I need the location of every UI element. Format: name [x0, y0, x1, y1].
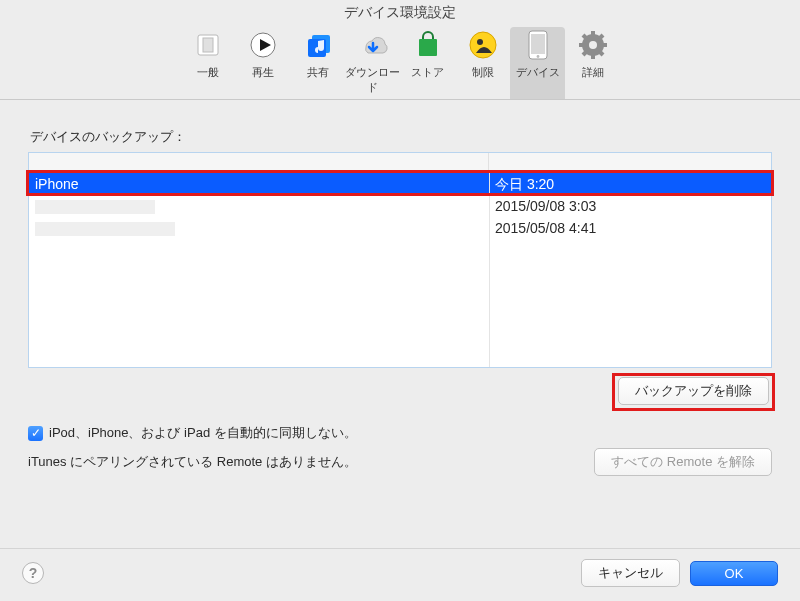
tab-playback[interactable]: 再生: [235, 27, 290, 99]
device-icon: [522, 29, 554, 61]
backup-date-cell: 2015/09/08 3:03: [489, 195, 771, 217]
play-icon: [247, 29, 279, 61]
tab-label: ダウンロード: [345, 65, 400, 95]
footer: ? キャンセル OK: [0, 548, 800, 601]
svg-point-8: [477, 39, 483, 45]
tab-label: 再生: [235, 65, 290, 80]
backup-name-cell: [29, 195, 489, 217]
window-title: デバイス環境設定: [0, 0, 800, 25]
tab-devices[interactable]: デバイス: [510, 27, 565, 99]
table-row[interactable]: iPhone 今日 3:20: [29, 173, 771, 195]
cancel-button[interactable]: キャンセル: [581, 559, 680, 587]
tab-label: 共有: [290, 65, 345, 80]
content-area: デバイスのバックアップ： iPhone 今日 3:20 2015/09/08 3…: [0, 100, 800, 476]
toolbar: 一般 再生 共有 ダウンロード ストア: [0, 25, 800, 99]
sync-checkbox-label: iPod、iPhone、および iPad を自動的に同期しない。: [49, 424, 357, 442]
svg-line-19: [599, 51, 603, 55]
music-stack-icon: [302, 29, 334, 61]
svg-line-20: [599, 35, 603, 39]
svg-point-13: [589, 41, 597, 49]
cloud-download-icon: [357, 29, 389, 61]
svg-point-7: [470, 32, 496, 58]
backup-date-cell: 今日 3:20: [489, 173, 771, 195]
backup-section-label: デバイスのバックアップ：: [30, 128, 772, 146]
svg-line-21: [583, 51, 587, 55]
svg-point-11: [536, 55, 539, 58]
tab-label: 一般: [180, 65, 235, 80]
backup-date-cell: 2015/05/08 4:41: [489, 217, 771, 239]
shopping-bag-icon: [412, 29, 444, 61]
tab-general[interactable]: 一般: [180, 27, 235, 99]
table-row[interactable]: 2015/05/08 4:41: [29, 217, 771, 239]
checkbox-icon[interactable]: ✓: [28, 426, 43, 441]
table-row[interactable]: 2015/09/08 3:03: [29, 195, 771, 217]
svg-rect-10: [531, 34, 545, 54]
delete-backup-button[interactable]: バックアップを削除: [618, 377, 769, 405]
help-button[interactable]: ?: [22, 562, 44, 584]
svg-rect-1: [203, 38, 213, 52]
tab-label: 制限: [455, 65, 510, 80]
backup-table[interactable]: iPhone 今日 3:20 2015/09/08 3:03 2015/05/0…: [28, 152, 772, 368]
sync-checkbox-row[interactable]: ✓ iPod、iPhone、および iPad を自動的に同期しない。: [28, 424, 772, 442]
tab-restrictions[interactable]: 制限: [455, 27, 510, 99]
remove-remotes-button: すべての Remote を解除: [594, 448, 772, 476]
tab-store[interactable]: ストア: [400, 27, 455, 99]
svg-rect-6: [419, 39, 437, 56]
tab-sharing[interactable]: 共有: [290, 27, 345, 99]
gear-icon: [577, 29, 609, 61]
backup-name-cell: [29, 217, 489, 239]
preferences-window: デバイス環境設定 一般 再生 共有 ダウンロード: [0, 0, 800, 601]
tab-downloads[interactable]: ダウンロード: [345, 27, 400, 99]
tab-advanced[interactable]: 詳細: [565, 27, 620, 99]
backup-table-header: [29, 153, 771, 173]
slider-icon: [192, 29, 224, 61]
svg-line-18: [583, 35, 587, 39]
backup-name-cell: iPhone: [29, 173, 489, 195]
tab-label: デバイス: [510, 65, 565, 80]
parental-icon: [467, 29, 499, 61]
remote-status-text: iTunes にペアリングされている Remote はありません。: [28, 453, 357, 471]
tab-label: ストア: [400, 65, 455, 80]
tab-label: 詳細: [565, 65, 620, 80]
ok-button[interactable]: OK: [690, 561, 778, 586]
